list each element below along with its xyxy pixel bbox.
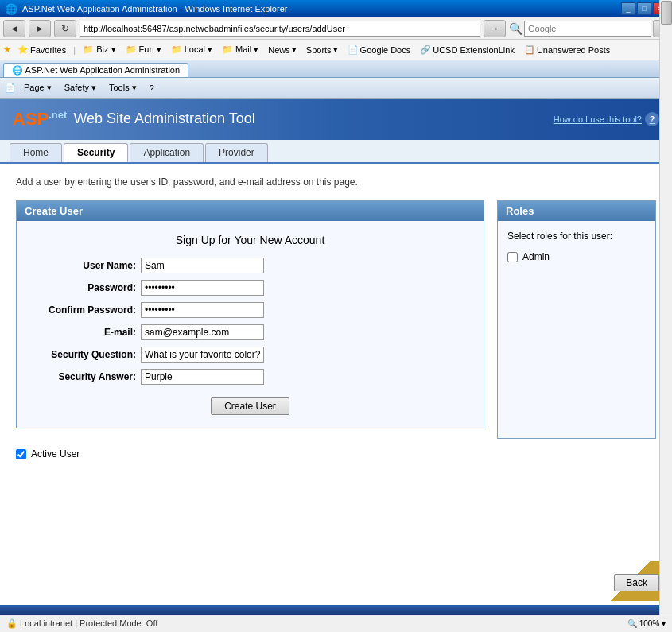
security-answer-row: Security Answer: — [29, 369, 471, 385]
nav-tabs: Home Security Application Provider — [0, 140, 672, 164]
back-area: Back — [0, 561, 672, 601]
asp-text: ASP — [13, 109, 49, 129]
tab-label: ASP.Net Web Application Administration — [25, 65, 180, 75]
roles-body: Select roles for this user: Admin — [498, 221, 655, 272]
tab-bar: 🌐 ASP.Net Web Application Administration — [0, 60, 672, 78]
fav-fun[interactable]: 📁 Fun ▾ — [122, 44, 165, 56]
security-answer-field[interactable] — [141, 369, 264, 385]
password-label: Password: — [29, 282, 141, 293]
email-row: E-mail: — [29, 324, 471, 340]
confirm-password-row: Confirm Password: — [29, 302, 471, 318]
fav-favorites[interactable]: ⭐ Favorites — [14, 44, 69, 56]
confirm-password-field[interactable] — [141, 302, 264, 318]
search-area: 🔍 ▸ — [509, 20, 669, 37]
role-admin-label: Admin — [522, 251, 550, 262]
security-answer-label: Security Answer: — [29, 371, 141, 382]
active-user-row: Active User — [16, 448, 656, 459]
favorites-icon: ⭐ — [17, 45, 29, 55]
password-row: Password: — [29, 280, 471, 296]
safety-button[interactable]: Safety ▾ — [60, 82, 101, 94]
tab-provider[interactable]: Provider — [205, 143, 268, 162]
role-admin-item: Admin — [507, 251, 646, 262]
page-button[interactable]: Page ▾ — [19, 82, 56, 94]
sports-label: Sports — [306, 45, 332, 55]
create-btn-row: Create User — [29, 397, 471, 415]
favorites-star-icon: ★ — [3, 45, 11, 55]
email-label: E-mail: — [29, 327, 141, 338]
back-nav-button[interactable]: ◄ — [3, 20, 25, 37]
scroll-thumb[interactable] — [661, 1, 672, 25]
security-question-field[interactable] — [141, 347, 264, 363]
fav-ucsd[interactable]: 🔗 UCSD ExtensionLink — [417, 44, 518, 56]
page-icon: 📄 — [5, 83, 16, 93]
refresh-button[interactable]: ↻ — [54, 20, 76, 37]
address-input[interactable] — [80, 21, 480, 37]
signup-title: Sign Up for Your New Account — [29, 234, 471, 246]
username-row: User Name: — [29, 258, 471, 273]
tab-application[interactable]: Application — [130, 143, 204, 162]
help-link-text: How do I use this tool? — [554, 114, 642, 124]
intro-text: Add a user by entering the user's ID, pa… — [16, 176, 656, 188]
fav-biz[interactable]: 📁 Biz ▾ — [80, 44, 118, 56]
ie-icon: 🌐 — [5, 3, 17, 15]
help-button[interactable]: ? — [145, 83, 159, 94]
create-user-body: Sign Up for Your New Account User Name: … — [17, 221, 484, 428]
fav-google-docs[interactable]: 📄 Google Docs — [344, 44, 414, 56]
asp-logo: ASP.net — [13, 109, 67, 130]
create-user-panel: Create User Sign Up for Your New Account… — [16, 200, 484, 428]
username-field[interactable] — [141, 258, 264, 273]
favorites-bar: ★ ⭐ Favorites | 📁 Biz ▾ 📁 Fun ▾ 📁 Local … — [0, 40, 672, 60]
fav-local[interactable]: 📁 Local ▾ — [168, 44, 216, 56]
help-circle-icon: ? — [645, 112, 659, 126]
fav-mail[interactable]: 📁 Mail ▾ — [219, 44, 262, 56]
ucsd-icon: 🔗 — [420, 45, 431, 55]
help-link[interactable]: How do I use this tool? ? — [554, 112, 659, 126]
search-input[interactable] — [524, 21, 651, 37]
forward-nav-button[interactable]: ► — [29, 20, 51, 37]
active-user-label: Active User — [31, 448, 80, 459]
roles-subtitle: Select roles for this user: — [507, 231, 646, 242]
go-button[interactable]: → — [484, 20, 506, 37]
restore-button[interactable]: □ — [637, 2, 651, 15]
asp-site-title: Web Site Administration Tool — [73, 111, 254, 127]
form-area: Create User Sign Up for Your New Account… — [16, 200, 656, 439]
role-admin-checkbox[interactable] — [507, 252, 518, 262]
google-docs-label: Google Docs — [360, 45, 411, 55]
net-text: .net — [49, 109, 67, 121]
tab-security[interactable]: Security — [64, 143, 128, 162]
security-question-label: Security Question: — [29, 349, 141, 360]
asp-logo-area: ASP.net Web Site Administration Tool — [13, 109, 255, 130]
security-question-row: Security Question: — [29, 347, 471, 363]
search-icon: 🔍 — [509, 22, 522, 35]
fav-news[interactable]: News ▾ — [265, 44, 300, 56]
roles-header: Roles — [498, 201, 655, 221]
scroll-bar[interactable] — [659, 0, 672, 601]
fav-unanswered[interactable]: 📋 Unanswered Posts — [521, 44, 613, 56]
create-user-header: Create User — [17, 201, 484, 221]
minimize-button[interactable]: _ — [621, 2, 635, 15]
tab-icon: 🌐 — [12, 65, 23, 75]
unanswered-label: Unanswered Posts — [537, 45, 610, 55]
browser-tab-asp[interactable]: 🌐 ASP.Net Web Application Administration — [3, 63, 188, 77]
tab-home[interactable]: Home — [10, 143, 62, 162]
asp-header: ASP.net Web Site Administration Tool How… — [0, 99, 672, 140]
title-bar: 🌐 ASP.Net Web Application Administration… — [0, 0, 672, 17]
email-field[interactable] — [141, 324, 264, 340]
google-docs-icon: 📄 — [348, 45, 359, 55]
title-bar-left: 🌐 ASP.Net Web Application Administration… — [5, 3, 287, 15]
ie-toolbar: 📄 Page ▾ Safety ▾ Tools ▾ ? » — [0, 78, 672, 99]
main-content: Add a user by entering the user's ID, pa… — [0, 164, 672, 561]
create-user-button[interactable]: Create User — [211, 397, 289, 415]
news-label: News — [268, 45, 290, 55]
confirm-password-label: Confirm Password: — [29, 304, 141, 316]
unanswered-icon: 📋 — [524, 45, 535, 55]
roles-panel: Roles Select roles for this user: Admin — [497, 200, 656, 439]
username-label: User Name: — [29, 260, 141, 271]
fav-sports[interactable]: Sports ▾ — [303, 44, 341, 56]
tools-button[interactable]: Tools ▾ — [104, 82, 142, 94]
address-bar: ◄ ► ↻ → 🔍 ▸ — [0, 17, 672, 40]
active-user-checkbox[interactable] — [16, 449, 26, 459]
back-button[interactable]: Back — [614, 574, 659, 591]
window-title: ASP.Net Web Application Administration -… — [22, 4, 287, 14]
password-field[interactable] — [141, 280, 264, 296]
